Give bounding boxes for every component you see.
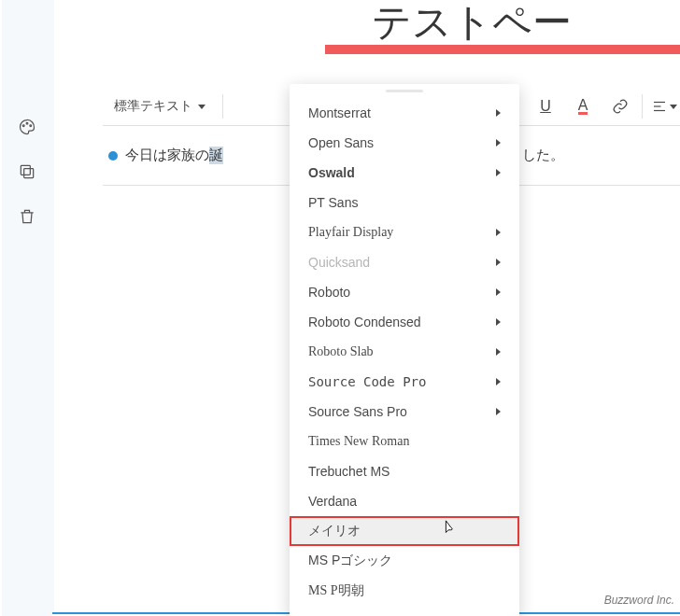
font-option-verdana[interactable]: Verdana — [290, 486, 519, 516]
paragraph-style-dropdown[interactable]: 標準テキスト — [103, 88, 217, 125]
chevron-right-icon — [496, 169, 501, 176]
toolbar-divider — [642, 94, 643, 119]
font-option-label: Trebuchet MS — [308, 464, 390, 479]
font-option-pt-sans[interactable]: PT Sans — [290, 188, 519, 217]
toolbar-divider — [222, 94, 223, 119]
font-option-label: MS Pゴシック — [308, 553, 392, 569]
font-option-label: Playfair Display — [308, 225, 393, 240]
svg-point-2 — [30, 125, 32, 127]
font-option-メイリオ[interactable]: メイリオ — [290, 516, 519, 546]
font-option-label: Source Sans Pro — [308, 404, 407, 419]
side-rail — [2, 0, 52, 616]
palette-icon[interactable] — [18, 118, 36, 140]
font-color-icon: A — [578, 99, 588, 115]
font-option-label: Verdana — [308, 494, 357, 509]
font-option-label: Oswald — [308, 165, 355, 180]
paragraph-style-label: 標準テキスト — [114, 98, 192, 115]
font-option-label: PT Sans — [308, 195, 358, 210]
copy-icon[interactable] — [18, 162, 36, 185]
svg-point-1 — [26, 122, 28, 124]
svg-point-0 — [22, 125, 24, 127]
chevron-down-icon — [670, 105, 677, 109]
font-option-roboto-condensed[interactable]: Roboto Condensed — [290, 307, 519, 337]
page-title: テストペー — [372, 0, 572, 49]
font-option-quicksand[interactable]: Quicksand — [290, 247, 519, 277]
font-option-label: Montserrat — [308, 105, 371, 120]
font-option-ms-p明朝[interactable]: MS P明朝 — [290, 576, 519, 606]
font-option-playfair-display[interactable]: Playfair Display — [290, 217, 519, 247]
chevron-right-icon — [496, 288, 501, 296]
font-option-label: Roboto — [308, 285, 350, 300]
chevron-down-icon — [198, 105, 205, 109]
chevron-right-icon — [496, 229, 501, 236]
font-option-open-sans[interactable]: Open Sans — [290, 128, 519, 158]
font-option-label: MS P明朝 — [308, 582, 364, 599]
font-option-times-new-roman[interactable]: Times New Roman — [290, 427, 519, 456]
chevron-right-icon — [496, 348, 501, 356]
footer-brand: Buzzword Inc. — [604, 594, 674, 607]
bullet-icon — [108, 151, 118, 161]
trash-icon[interactable] — [18, 207, 36, 230]
underline-button[interactable]: U — [530, 91, 561, 122]
chevron-right-icon — [496, 109, 501, 117]
font-option-montserrat[interactable]: Montserrat — [290, 98, 519, 128]
svg-rect-4 — [21, 165, 30, 175]
font-option-source-code-pro[interactable]: Source Code Pro — [290, 367, 519, 397]
font-family-menu[interactable]: MontserratOpen SansOswaldPT SansPlayfair… — [290, 84, 519, 616]
font-option-trebuchet-ms[interactable]: Trebuchet MS — [290, 456, 519, 486]
font-option-roboto-slab[interactable]: Roboto Slab — [290, 337, 519, 367]
text-before-selection: 今日は家族の — [125, 147, 209, 164]
underline-icon: U — [540, 98, 551, 115]
chevron-right-icon — [496, 259, 501, 266]
menu-scroll-hint — [386, 90, 423, 92]
link-button[interactable] — [604, 91, 636, 122]
font-option-label: Times New Roman — [308, 434, 409, 449]
font-option-roboto[interactable]: Roboto — [290, 277, 519, 307]
align-button[interactable] — [648, 91, 680, 122]
font-option-label: Source Code Pro — [308, 374, 426, 389]
font-option-label: Quicksand — [308, 255, 370, 270]
font-option-label: Open Sans — [308, 135, 374, 150]
chevron-right-icon — [496, 139, 501, 147]
font-option-label: メイリオ — [308, 523, 361, 539]
app-viewport: テストペー 標準テキスト U A — [2, 0, 680, 614]
text-selection: 誕 — [209, 147, 223, 164]
chevron-right-icon — [496, 378, 501, 385]
font-option-label: Roboto Condensed — [308, 315, 421, 329]
title-underline — [325, 45, 680, 54]
font-option-ms-pゴシック[interactable]: MS Pゴシック — [290, 546, 519, 576]
font-option-oswald[interactable]: Oswald — [290, 158, 519, 188]
font-color-button[interactable]: A — [567, 91, 599, 122]
chevron-right-icon — [496, 408, 501, 415]
font-option-source-sans-pro[interactable]: Source Sans Pro — [290, 397, 519, 427]
chevron-right-icon — [496, 318, 501, 326]
font-option-label: Roboto Slab — [308, 344, 374, 359]
svg-rect-3 — [24, 169, 34, 178]
